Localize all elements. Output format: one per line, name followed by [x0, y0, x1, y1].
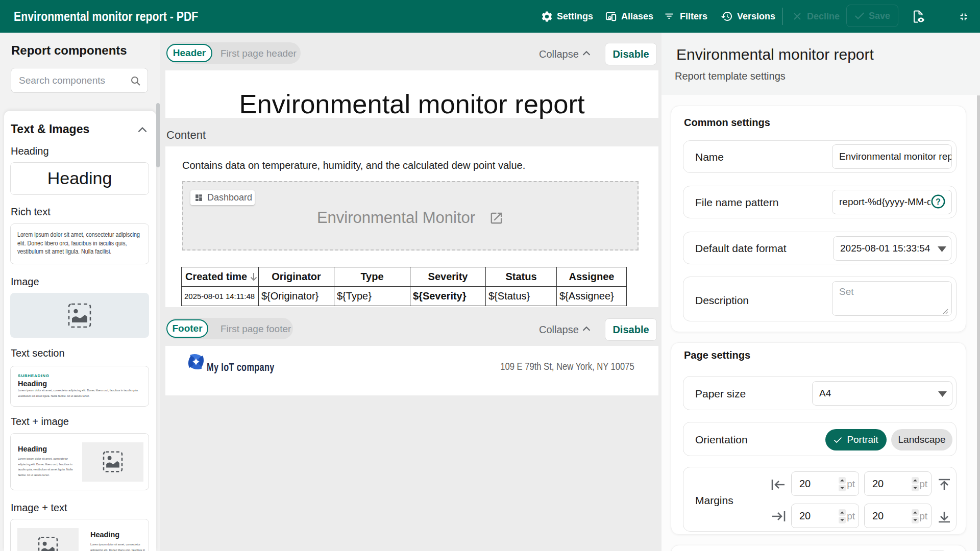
- svg-text:?: ?: [936, 197, 941, 206]
